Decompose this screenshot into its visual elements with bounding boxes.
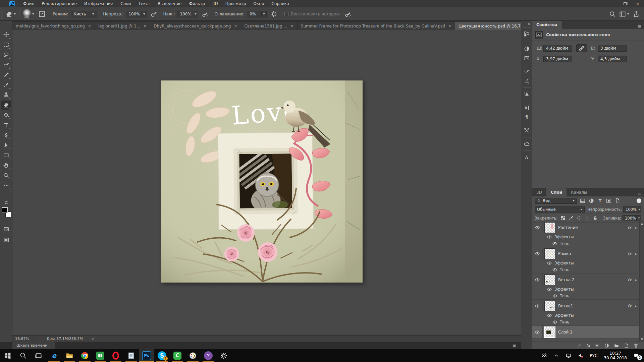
layer-opacity-field[interactable]: 100% xyxy=(623,206,637,213)
eye-icon[interactable] xyxy=(552,319,557,325)
brush-tool[interactable] xyxy=(1,80,11,89)
expand-panels-icon[interactable]: « xyxy=(528,21,530,26)
layer-fx-badge[interactable]: fx xyxy=(628,304,631,308)
taskbar-search-button[interactable] xyxy=(15,349,31,362)
eyedropper-tool[interactable] xyxy=(1,70,11,79)
adjustments-panel-button[interactable] xyxy=(522,44,531,53)
add-layer-mask-icon[interactable] xyxy=(594,343,600,348)
fx-collapse-icon[interactable]: ▲ xyxy=(635,226,637,229)
screen-mode-icon[interactable] xyxy=(1,235,11,244)
layer-visibility-cell[interactable] xyxy=(532,221,543,234)
styles-panel-button[interactable]: fx xyxy=(522,54,531,62)
add-adjustment-layer-icon[interactable] xyxy=(604,343,609,348)
lock-artboard-icon[interactable] xyxy=(584,215,590,221)
menu-6[interactable]: Выделение xyxy=(154,0,185,7)
lock-pixels-icon[interactable] xyxy=(568,215,574,221)
layer-effects-row[interactable]: Эффекты xyxy=(532,234,639,240)
eraser-preset-icon[interactable] xyxy=(5,10,13,18)
brush-presets-panel-button[interactable] xyxy=(522,76,531,85)
zoom-tool[interactable] xyxy=(1,171,11,180)
skype-app-icon[interactable]: S 7 xyxy=(154,349,170,362)
layer-row[interactable]: Ветка1fx▲ xyxy=(532,300,639,312)
layer-name[interactable]: Растение xyxy=(558,225,578,230)
lasso-tool[interactable] xyxy=(1,50,11,59)
airbrush-icon[interactable] xyxy=(202,10,209,18)
flow-input[interactable]: 100% xyxy=(177,11,193,17)
clock[interactable]: 10:27 30.04.2018 xyxy=(600,349,630,362)
brush-panel-toggle-icon[interactable] xyxy=(38,10,46,18)
eye-icon[interactable] xyxy=(535,329,540,335)
y-field[interactable]: 4,3 дюйм xyxy=(598,56,627,62)
add-layer-style-icon[interactable]: fx xyxy=(586,343,590,348)
layer-row[interactable]: Ветка 2fx▲ xyxy=(532,274,639,286)
settings-app-icon[interactable] xyxy=(216,349,231,362)
restore-button[interactable] xyxy=(619,0,631,7)
layer-thumbnail[interactable] xyxy=(545,301,555,311)
fx-collapse-icon[interactable]: ▲ xyxy=(635,252,637,255)
minimize-button[interactable] xyxy=(606,0,619,7)
pressure-opacity-icon[interactable] xyxy=(150,10,158,18)
workspace-icon[interactable] xyxy=(619,10,626,18)
share-icon[interactable] xyxy=(633,10,640,18)
layer-effects-row[interactable]: Эффекты xyxy=(532,312,639,319)
eye-icon[interactable] xyxy=(552,293,557,299)
layer-thumbnail[interactable] xyxy=(545,223,555,233)
quick-mask-icon[interactable] xyxy=(1,225,11,234)
filter-type-layers-icon[interactable]: T xyxy=(597,198,603,204)
color-swatches[interactable] xyxy=(2,207,11,217)
reader-app-icon[interactable] xyxy=(93,349,108,362)
timeline-tab[interactable]: Шкала времени xyxy=(12,342,55,349)
eye-icon[interactable] xyxy=(547,287,552,292)
menu-9[interactable]: Просмотр xyxy=(222,0,250,7)
pen-tool[interactable] xyxy=(1,131,11,140)
tab-close-icon[interactable]: × xyxy=(290,24,294,28)
paragraph-panel-button[interactable]: ¶ xyxy=(522,113,531,121)
camtasia-app-icon[interactable]: C xyxy=(170,349,185,362)
fill-field[interactable]: 100% xyxy=(623,215,637,221)
workspace-chevron-icon[interactable] xyxy=(627,13,629,15)
eye-icon[interactable] xyxy=(547,313,552,318)
history-panel-button[interactable] xyxy=(522,29,531,38)
tab-properties[interactable]: Свойства xyxy=(532,21,562,29)
layer-shadow-row[interactable]: Тень xyxy=(532,266,639,273)
smoothing-input[interactable]: 0% xyxy=(247,11,262,17)
new-group-icon[interactable] xyxy=(614,343,619,348)
start-button[interactable] xyxy=(0,349,15,362)
filter-shape-layers-icon[interactable] xyxy=(606,198,612,204)
menu-1[interactable]: Файл xyxy=(19,0,38,7)
clone-stamp-tool[interactable] xyxy=(1,90,11,100)
document-tab-1[interactable]: meldesigns_favoritethings_qp.png× xyxy=(12,22,95,30)
history-airbrush-icon[interactable] xyxy=(344,10,352,18)
menu-10[interactable]: Окно xyxy=(250,0,268,7)
menu-3[interactable]: Изображение xyxy=(80,0,117,7)
width-field[interactable]: 4,42 дюйм xyxy=(543,45,572,52)
layer-visibility-cell[interactable] xyxy=(532,326,543,338)
eye-icon[interactable] xyxy=(547,234,552,240)
foreground-color-swatch[interactable] xyxy=(2,207,8,213)
status-menu-arrow-icon[interactable]: > xyxy=(92,337,95,341)
eraser-tool[interactable] xyxy=(1,101,11,110)
menu-2[interactable]: Редактирование xyxy=(38,0,80,7)
tool-presets-panel-button[interactable] xyxy=(522,126,531,135)
lock-position-icon[interactable] xyxy=(576,215,582,221)
photoshop-app-icon[interactable]: Ps xyxy=(139,349,154,362)
filter-pixel-layers-icon[interactable] xyxy=(580,198,586,204)
menu-8[interactable]: 3D xyxy=(209,0,222,7)
blend-mode-select[interactable]: Обычные xyxy=(535,206,585,213)
chrome-app-icon[interactable] xyxy=(77,349,93,362)
eye-icon[interactable] xyxy=(535,251,540,256)
rectangular-marquee-tool[interactable] xyxy=(1,40,11,49)
x-field[interactable]: 3,97 дюйм xyxy=(543,56,572,62)
libraries-panel-button[interactable] xyxy=(522,139,531,148)
menu-11[interactable]: Справка xyxy=(268,0,293,7)
layer-shadow-row[interactable]: Тень xyxy=(532,240,639,247)
delete-layer-icon[interactable] xyxy=(633,343,639,348)
task-view-button[interactable] xyxy=(31,349,46,362)
layer-fx-badge[interactable]: fx xyxy=(628,278,631,282)
type-tool[interactable] xyxy=(1,121,11,130)
opera-app-icon[interactable] xyxy=(108,349,123,362)
tab-close-icon[interactable]: × xyxy=(88,24,91,28)
clone-source-panel-button[interactable] xyxy=(522,90,531,99)
document-tab-2[interactable]: legioner01.jpg @ 1...× xyxy=(95,22,150,30)
layers-scrollbar[interactable]: ▲ ▼ xyxy=(639,221,644,342)
